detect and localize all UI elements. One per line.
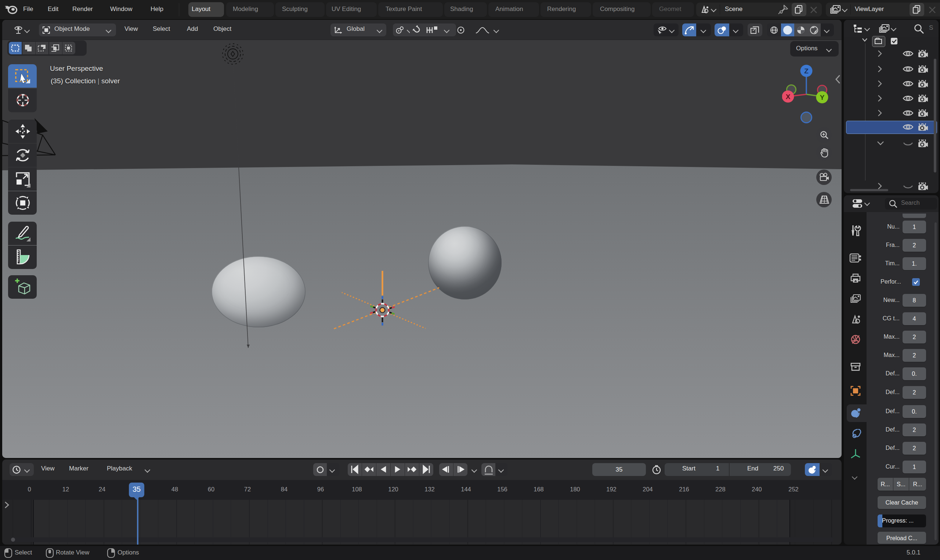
svg-text:Z: Z	[804, 67, 809, 75]
svg-text:X: X	[786, 93, 791, 100]
svg-text:Y: Y	[820, 94, 825, 101]
